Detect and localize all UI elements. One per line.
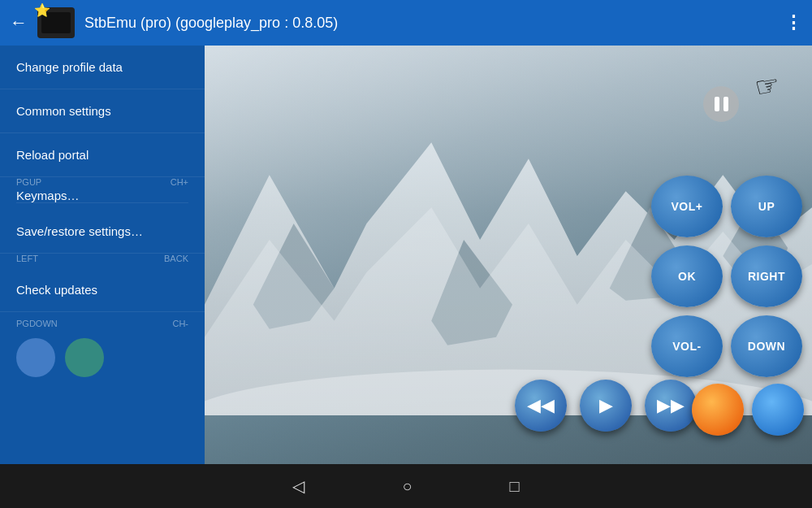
sidebar-circle-right[interactable] — [65, 338, 104, 377]
color-buttons — [692, 384, 804, 436]
play-icon: ▶ — [599, 395, 613, 416]
back-button[interactable]: ← — [10, 12, 28, 33]
sidebar-circle-left[interactable] — [16, 338, 55, 377]
sidebar-item-check-updates[interactable]: Check updates — [0, 268, 205, 312]
sidebar-item-save-restore[interactable]: Save/restore settings… — [0, 210, 205, 254]
left-hint: LEFT — [16, 254, 38, 263]
pgdown-row: PGDOWN CH- — [0, 319, 205, 328]
back-hint: BACK — [164, 254, 188, 263]
video-area[interactable]: ☞ VOL+ UP OK RIGHT VOL- DOWN ◀◀ ▶ ▶▶ — [205, 46, 812, 464]
pause-icon — [715, 97, 728, 111]
playback-controls: ◀◀ ▶ ▶▶ — [515, 380, 697, 432]
right-button[interactable]: RIGHT — [731, 245, 802, 307]
sidebar-item-change-profile[interactable]: Change profile data — [0, 46, 205, 89]
sidebar: Change profile data Common settings Relo… — [0, 46, 205, 464]
android-home-button[interactable]: ○ — [402, 477, 412, 496]
sidebar-item-keymaps[interactable]: Keymaps… — [16, 189, 188, 203]
sidebar-item-common-settings[interactable]: Common settings — [0, 89, 205, 133]
fast-forward-button[interactable]: ▶▶ — [645, 380, 697, 432]
rewind-button[interactable]: ◀◀ — [515, 380, 567, 432]
pause-button[interactable] — [703, 86, 739, 122]
pgup-hint: PGUP — [16, 177, 41, 187]
ok-button[interactable]: OK — [651, 245, 723, 307]
up-button[interactable]: UP — [731, 176, 802, 237]
ch-minus-hint: CH- — [172, 319, 188, 328]
sidebar-circles — [0, 328, 205, 387]
android-nav-bar: ◁ ○ □ — [0, 464, 812, 508]
app-title: StbEmu (pro) (googleplay_pro : 0.8.05) — [84, 15, 784, 32]
keymap-hint-row-left-back: LEFT BACK — [16, 254, 188, 263]
fast-forward-icon: ▶▶ — [657, 395, 685, 416]
star-badge: ⭐ — [34, 2, 50, 18]
pause-bar-right — [723, 97, 728, 111]
app-icon: ⭐ — [37, 7, 75, 38]
pgdown-hint: PGDOWN — [16, 319, 58, 328]
ch-plus-hint: CH+ — [171, 177, 188, 187]
vol-minus-button[interactable]: VOL- — [651, 315, 723, 377]
orange-button[interactable] — [692, 384, 744, 436]
left-back-hints: LEFT BACK — [0, 254, 205, 268]
top-bar: ← ⭐ StbEmu (pro) (googleplay_pro : 0.8.0… — [0, 0, 812, 46]
keymap-hint-row-top: PGUP CH+ — [16, 177, 188, 187]
blue-button[interactable] — [752, 384, 804, 436]
d-pad-controls: VOL+ UP OK RIGHT VOL- DOWN — [641, 176, 812, 377]
down-button[interactable]: DOWN — [731, 315, 802, 377]
android-recent-button[interactable]: □ — [510, 477, 520, 496]
pause-bar-left — [715, 97, 719, 111]
vol-plus-button[interactable]: VOL+ — [651, 176, 723, 237]
rewind-icon: ◀◀ — [527, 395, 555, 416]
android-back-button[interactable]: ◁ — [292, 476, 304, 496]
more-options-button[interactable]: ⋮ — [784, 12, 802, 33]
sidebar-item-reload-portal[interactable]: Reload portal — [0, 133, 205, 177]
main-area: Change profile data Common settings Relo… — [0, 46, 812, 464]
keymaps-section: PGUP CH+ Keymaps… — [0, 177, 205, 210]
play-button[interactable]: ▶ — [580, 380, 632, 432]
